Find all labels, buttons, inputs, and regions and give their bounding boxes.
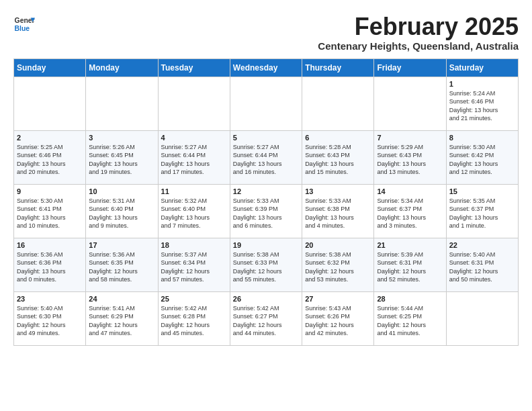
calendar-week-1: 1Sunrise: 5:24 AM Sunset: 6:46 PM Daylig… xyxy=(14,77,519,130)
weekday-header-sunday: Sunday xyxy=(14,58,86,77)
calendar-cell: 13Sunrise: 5:33 AM Sunset: 6:38 PM Dayli… xyxy=(302,184,374,238)
day-number: 1 xyxy=(449,80,515,88)
day-info: Sunrise: 5:25 AM Sunset: 6:46 PM Dayligh… xyxy=(17,143,83,177)
calendar-cell: 23Sunrise: 5:40 AM Sunset: 6:30 PM Dayli… xyxy=(14,291,86,345)
day-number: 23 xyxy=(17,295,83,303)
calendar-cell: 1Sunrise: 5:24 AM Sunset: 6:46 PM Daylig… xyxy=(446,77,518,130)
calendar-cell: 3Sunrise: 5:26 AM Sunset: 6:45 PM Daylig… xyxy=(86,130,158,184)
day-info: Sunrise: 5:32 AM Sunset: 6:40 PM Dayligh… xyxy=(161,197,227,230)
day-number: 9 xyxy=(17,187,83,195)
day-number: 6 xyxy=(305,134,371,142)
logo-icon: General Blue xyxy=(13,13,35,35)
day-info: Sunrise: 5:41 AM Sunset: 6:29 PM Dayligh… xyxy=(89,304,154,338)
day-number: 26 xyxy=(233,295,299,303)
day-info: Sunrise: 5:42 AM Sunset: 6:28 PM Dayligh… xyxy=(161,304,227,338)
calendar-cell: 7Sunrise: 5:29 AM Sunset: 6:43 PM Daylig… xyxy=(374,130,446,184)
day-info: Sunrise: 5:37 AM Sunset: 6:34 PM Dayligh… xyxy=(161,250,227,284)
calendar-cell: 20Sunrise: 5:38 AM Sunset: 6:32 PM Dayli… xyxy=(302,238,374,291)
day-info: Sunrise: 5:29 AM Sunset: 6:43 PM Dayligh… xyxy=(377,143,443,177)
day-info: Sunrise: 5:24 AM Sunset: 6:46 PM Dayligh… xyxy=(449,89,515,123)
weekday-header-row: SundayMondayTuesdayWednesdayThursdayFrid… xyxy=(14,58,519,77)
title-block: February 2025 Centenary Heights, Queensl… xyxy=(318,13,519,52)
day-info: Sunrise: 5:33 AM Sunset: 6:39 PM Dayligh… xyxy=(233,197,299,230)
calendar-cell xyxy=(158,77,230,130)
day-number: 22 xyxy=(449,241,515,249)
calendar-cell: 21Sunrise: 5:39 AM Sunset: 6:31 PM Dayli… xyxy=(374,238,446,291)
day-info: Sunrise: 5:36 AM Sunset: 6:36 PM Dayligh… xyxy=(17,250,83,284)
calendar-cell: 11Sunrise: 5:32 AM Sunset: 6:40 PM Dayli… xyxy=(158,184,230,238)
day-info: Sunrise: 5:35 AM Sunset: 6:37 PM Dayligh… xyxy=(449,197,515,230)
day-number: 15 xyxy=(449,187,515,195)
calendar-cell: 6Sunrise: 5:28 AM Sunset: 6:43 PM Daylig… xyxy=(302,130,374,184)
day-number: 24 xyxy=(89,295,154,303)
day-number: 4 xyxy=(161,134,227,142)
day-info: Sunrise: 5:39 AM Sunset: 6:31 PM Dayligh… xyxy=(377,250,443,284)
calendar-cell: 10Sunrise: 5:31 AM Sunset: 6:40 PM Dayli… xyxy=(86,184,158,238)
day-info: Sunrise: 5:30 AM Sunset: 6:41 PM Dayligh… xyxy=(17,197,83,230)
day-info: Sunrise: 5:30 AM Sunset: 6:42 PM Dayligh… xyxy=(449,143,515,177)
day-number: 16 xyxy=(17,241,83,249)
calendar-cell: 5Sunrise: 5:27 AM Sunset: 6:44 PM Daylig… xyxy=(230,130,302,184)
calendar-cell: 8Sunrise: 5:30 AM Sunset: 6:42 PM Daylig… xyxy=(446,130,518,184)
day-number: 17 xyxy=(89,241,154,249)
calendar-cell xyxy=(230,77,302,130)
calendar-week-2: 2Sunrise: 5:25 AM Sunset: 6:46 PM Daylig… xyxy=(14,130,519,184)
day-number: 7 xyxy=(377,134,443,142)
calendar-cell: 4Sunrise: 5:27 AM Sunset: 6:44 PM Daylig… xyxy=(158,130,230,184)
calendar-cell: 24Sunrise: 5:41 AM Sunset: 6:29 PM Dayli… xyxy=(86,291,158,345)
day-number: 12 xyxy=(233,187,299,195)
weekday-header-wednesday: Wednesday xyxy=(230,58,302,77)
day-number: 13 xyxy=(305,187,371,195)
calendar-cell: 14Sunrise: 5:34 AM Sunset: 6:37 PM Dayli… xyxy=(374,184,446,238)
day-number: 21 xyxy=(377,241,443,249)
page-header: General Blue February 2025 Centenary Hei… xyxy=(13,13,519,52)
day-number: 18 xyxy=(161,241,227,249)
calendar-cell xyxy=(302,77,374,130)
weekday-header-thursday: Thursday xyxy=(302,58,374,77)
day-info: Sunrise: 5:40 AM Sunset: 6:30 PM Dayligh… xyxy=(17,304,83,338)
calendar-cell: 27Sunrise: 5:43 AM Sunset: 6:26 PM Dayli… xyxy=(302,291,374,345)
weekday-header-tuesday: Tuesday xyxy=(158,58,230,77)
day-info: Sunrise: 5:42 AM Sunset: 6:27 PM Dayligh… xyxy=(233,304,299,338)
calendar-cell: 17Sunrise: 5:36 AM Sunset: 6:35 PM Dayli… xyxy=(86,238,158,291)
day-number: 27 xyxy=(305,295,371,303)
day-info: Sunrise: 5:44 AM Sunset: 6:25 PM Dayligh… xyxy=(377,304,443,338)
calendar-cell: 22Sunrise: 5:40 AM Sunset: 6:31 PM Dayli… xyxy=(446,238,518,291)
calendar-cell xyxy=(14,77,86,130)
subtitle: Centenary Heights, Queensland, Australia xyxy=(318,40,519,52)
calendar-week-5: 23Sunrise: 5:40 AM Sunset: 6:30 PM Dayli… xyxy=(14,291,519,345)
day-number: 28 xyxy=(377,295,443,303)
calendar-week-3: 9Sunrise: 5:30 AM Sunset: 6:41 PM Daylig… xyxy=(14,184,519,238)
day-info: Sunrise: 5:33 AM Sunset: 6:38 PM Dayligh… xyxy=(305,197,371,230)
calendar-cell: 9Sunrise: 5:30 AM Sunset: 6:41 PM Daylig… xyxy=(14,184,86,238)
day-number: 25 xyxy=(161,295,227,303)
day-number: 10 xyxy=(89,187,154,195)
calendar-cell: 16Sunrise: 5:36 AM Sunset: 6:36 PM Dayli… xyxy=(14,238,86,291)
day-number: 20 xyxy=(305,241,371,249)
day-info: Sunrise: 5:43 AM Sunset: 6:26 PM Dayligh… xyxy=(305,304,371,338)
day-number: 5 xyxy=(233,134,299,142)
day-info: Sunrise: 5:31 AM Sunset: 6:40 PM Dayligh… xyxy=(89,197,154,230)
day-info: Sunrise: 5:27 AM Sunset: 6:44 PM Dayligh… xyxy=(161,143,227,177)
day-number: 14 xyxy=(377,187,443,195)
calendar-cell xyxy=(374,77,446,130)
day-info: Sunrise: 5:36 AM Sunset: 6:35 PM Dayligh… xyxy=(89,250,154,284)
day-number: 19 xyxy=(233,241,299,249)
calendar-cell xyxy=(446,291,518,345)
day-number: 3 xyxy=(89,134,154,142)
day-number: 11 xyxy=(161,187,227,195)
day-info: Sunrise: 5:38 AM Sunset: 6:32 PM Dayligh… xyxy=(305,250,371,284)
svg-text:Blue: Blue xyxy=(15,25,30,32)
calendar-cell: 19Sunrise: 5:38 AM Sunset: 6:33 PM Dayli… xyxy=(230,238,302,291)
calendar-table: SundayMondayTuesdayWednesdayThursdayFrid… xyxy=(13,58,519,346)
calendar-cell: 12Sunrise: 5:33 AM Sunset: 6:39 PM Dayli… xyxy=(230,184,302,238)
day-info: Sunrise: 5:34 AM Sunset: 6:37 PM Dayligh… xyxy=(377,197,443,230)
day-info: Sunrise: 5:38 AM Sunset: 6:33 PM Dayligh… xyxy=(233,250,299,284)
calendar-cell xyxy=(86,77,158,130)
day-info: Sunrise: 5:40 AM Sunset: 6:31 PM Dayligh… xyxy=(449,250,515,284)
day-info: Sunrise: 5:27 AM Sunset: 6:44 PM Dayligh… xyxy=(233,143,299,177)
calendar-cell: 15Sunrise: 5:35 AM Sunset: 6:37 PM Dayli… xyxy=(446,184,518,238)
logo: General Blue xyxy=(13,13,35,35)
calendar-week-4: 16Sunrise: 5:36 AM Sunset: 6:36 PM Dayli… xyxy=(14,238,519,291)
calendar-cell: 26Sunrise: 5:42 AM Sunset: 6:27 PM Dayli… xyxy=(230,291,302,345)
